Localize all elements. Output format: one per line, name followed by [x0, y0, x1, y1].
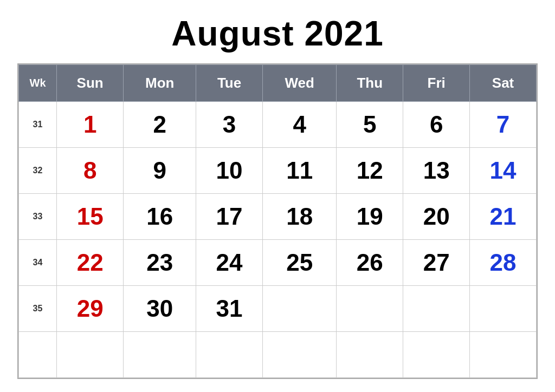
week-number: 32 [19, 147, 57, 193]
calendar-day[interactable]: 1 [57, 101, 124, 147]
calendar-day[interactable]: 30 [124, 285, 196, 331]
calendar-day[interactable]: 25 [263, 239, 337, 285]
week-row [19, 331, 537, 377]
header-sat: Sat [470, 64, 537, 101]
week-number: 35 [19, 285, 57, 331]
header-thu: Thu [337, 64, 403, 101]
calendar-day[interactable] [124, 331, 196, 377]
calendar-day[interactable]: 19 [337, 193, 403, 239]
calendar-day[interactable]: 14 [470, 147, 537, 193]
calendar-day[interactable]: 31 [196, 285, 263, 331]
header-row: Wk Sun Mon Tue Wed Thu Fri Sat [19, 64, 537, 101]
calendar-day[interactable] [196, 331, 263, 377]
calendar-day[interactable]: 5 [337, 101, 403, 147]
calendar-day[interactable] [403, 331, 470, 377]
calendar-wrapper: Wk Sun Mon Tue Wed Thu Fri Sat 311234567… [17, 63, 538, 379]
calendar-body: 3112345673289101112131433151617181920213… [19, 101, 537, 377]
calendar-day[interactable]: 24 [196, 239, 263, 285]
calendar-day[interactable]: 6 [403, 101, 470, 147]
calendar-day[interactable]: 28 [470, 239, 537, 285]
calendar-day[interactable]: 11 [263, 147, 337, 193]
calendar-day[interactable]: 27 [403, 239, 470, 285]
calendar-day[interactable] [337, 285, 403, 331]
week-number: 33 [19, 193, 57, 239]
calendar-day[interactable] [403, 285, 470, 331]
calendar-day[interactable]: 15 [57, 193, 124, 239]
calendar-day[interactable]: 21 [470, 193, 537, 239]
header-sun: Sun [57, 64, 124, 101]
calendar-day[interactable]: 17 [196, 193, 263, 239]
calendar-table: Wk Sun Mon Tue Wed Thu Fri Sat 311234567… [18, 64, 537, 378]
calendar-day[interactable]: 16 [124, 193, 196, 239]
calendar-day[interactable]: 26 [337, 239, 403, 285]
calendar-day[interactable] [57, 331, 124, 377]
calendar-day[interactable] [337, 331, 403, 377]
calendar-day[interactable]: 22 [57, 239, 124, 285]
calendar-day[interactable]: 29 [57, 285, 124, 331]
calendar-day[interactable]: 12 [337, 147, 403, 193]
week-row: 32891011121314 [19, 147, 537, 193]
calendar-day[interactable] [470, 331, 537, 377]
calendar-day[interactable]: 10 [196, 147, 263, 193]
calendar-day[interactable]: 2 [124, 101, 196, 147]
header-fri: Fri [403, 64, 470, 101]
calendar-day[interactable]: 8 [57, 147, 124, 193]
week-number: 34 [19, 239, 57, 285]
calendar-day[interactable]: 20 [403, 193, 470, 239]
calendar-day[interactable]: 18 [263, 193, 337, 239]
week-row: 35293031 [19, 285, 537, 331]
calendar-title: August 2021 [171, 14, 384, 54]
header-wed: Wed [263, 64, 337, 101]
header-wk: Wk [19, 64, 57, 101]
week-number: 31 [19, 101, 57, 147]
calendar-day[interactable] [263, 331, 337, 377]
week-number [19, 331, 57, 377]
calendar-day[interactable]: 23 [124, 239, 196, 285]
header-tue: Tue [196, 64, 263, 101]
week-row: 3422232425262728 [19, 239, 537, 285]
header-mon: Mon [124, 64, 196, 101]
week-row: 3315161718192021 [19, 193, 537, 239]
calendar-day[interactable] [263, 285, 337, 331]
calendar-day[interactable]: 13 [403, 147, 470, 193]
calendar-day[interactable]: 3 [196, 101, 263, 147]
calendar-day[interactable]: 4 [263, 101, 337, 147]
week-row: 311234567 [19, 101, 537, 147]
calendar-day[interactable]: 7 [470, 101, 537, 147]
calendar-day[interactable] [470, 285, 537, 331]
calendar-day[interactable]: 9 [124, 147, 196, 193]
